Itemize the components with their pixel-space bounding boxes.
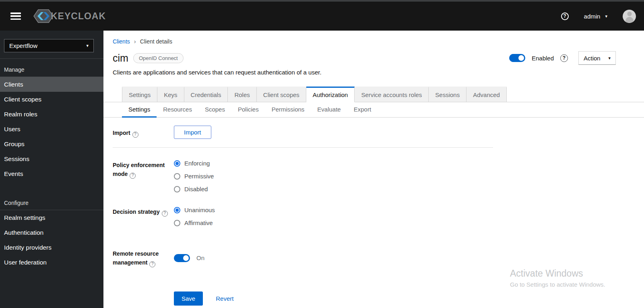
radio-checked-icon [174,207,180,213]
nav-group-manage: Manage Clients Client scopes Realm roles… [0,64,103,181]
decision-strategy-options: Unanimous Affirmative [174,205,215,226]
tab-authorization[interactable]: Authorization [306,87,355,102]
sub-tab-bar: Settings Resources Scopes Policies Permi… [103,102,644,118]
page-description: Clients are applications and services th… [103,65,644,76]
title-controls: Enabled ? Action ▾ [509,51,616,65]
app-header: KEYCLOAK ? admin ▾ [0,2,644,31]
radio-disabled[interactable]: Disabled [174,186,214,192]
keycloak-logo: KEYCLOAK [33,8,106,24]
sidebar-item-groups[interactable]: Groups [0,136,103,151]
sidebar-item-realm-settings[interactable]: Realm settings [0,210,103,225]
sidebar-item-realm-roles[interactable]: Realm roles [0,107,103,122]
sidebar-item-sessions[interactable]: Sessions [0,151,103,166]
help-icon[interactable]: ? [132,132,138,138]
user-menu[interactable]: admin ▾ [584,13,607,20]
subtab-resources[interactable]: Resources [157,102,198,118]
sidebar-item-authentication[interactable]: Authentication [0,225,103,240]
hamburger-menu-icon[interactable] [10,12,21,20]
tab-roles[interactable]: Roles [228,87,256,102]
protocol-badge: OpenID Connect [133,53,184,63]
form-divider [113,147,493,148]
subtab-permissions[interactable]: Permissions [265,102,311,118]
help-icon[interactable]: ? [149,261,155,267]
sidebar-item-users[interactable]: Users [0,122,103,136]
realm-select[interactable]: Expertflow ▾ [4,39,94,52]
form-action-row: Save Revert [174,291,644,306]
radio-permissive[interactable]: Permissive [174,173,214,180]
nav-group-title: Manage [0,64,103,77]
save-button[interactable]: Save [174,291,203,306]
main-tab-bar: Settings Keys Credentials Roles Client s… [103,87,644,102]
help-icon[interactable]: ? [561,12,569,20]
help-icon[interactable]: ? [130,173,136,179]
import-label: Import? [113,126,174,139]
authorization-settings-form: Import? Import Policy enforcement mode? … [103,118,644,306]
remote-resource-row: Remote resource management? On [113,246,644,267]
breadcrumb: Clients › Client details [103,31,644,45]
username: admin [584,13,601,20]
import-button[interactable]: Import [174,126,211,139]
remote-resource-state: On [196,254,204,261]
nav-group-configure: Configure Realm settings Authentication … [0,197,103,270]
radio-unanimous[interactable]: Unanimous [174,207,215,213]
realm-select-value: Expertflow [9,42,37,49]
tab-service-accounts-roles[interactable]: Service accounts roles [355,87,429,102]
page-title: cim [113,52,128,64]
help-icon[interactable]: ? [560,54,568,62]
sidebar: Expertflow ▾ Manage Clients Client scope… [0,31,103,308]
help-icon[interactable]: ? [162,211,168,217]
import-row: Import? Import [113,126,644,139]
sidebar-item-clients[interactable]: Clients [0,77,103,92]
remote-resource-toggle[interactable] [174,254,190,262]
tab-settings[interactable]: Settings [122,87,157,102]
subtab-policies[interactable]: Policies [231,102,265,118]
breadcrumb-clients-link[interactable]: Clients [113,38,130,45]
subtab-settings[interactable]: Settings [122,102,157,118]
chevron-down-icon: ▾ [86,43,89,48]
chevron-down-icon: ▾ [608,56,611,60]
tab-advanced[interactable]: Advanced [466,87,507,102]
header-actions: ? admin ▾ [561,10,636,23]
radio-checked-icon [174,160,180,167]
breadcrumb-separator-icon: › [134,38,136,45]
sidebar-item-identity-providers[interactable]: Identity providers [0,240,103,255]
enabled-label: Enabled [532,55,554,62]
tab-client-scopes[interactable]: Client scopes [257,87,306,102]
radio-unchecked-icon [174,186,180,192]
chevron-down-icon: ▾ [605,14,607,19]
tab-credentials[interactable]: Credentials [184,87,228,102]
sidebar-item-user-federation[interactable]: User federation [0,255,103,270]
subtab-scopes[interactable]: Scopes [198,102,231,118]
radio-unchecked-icon [174,173,180,180]
brand-text: KEYCLOAK [51,11,106,22]
sidebar-item-client-scopes[interactable]: Client scopes [0,92,103,107]
policy-enforcement-row: Policy enforcement mode? Enforcing Permi… [113,158,644,192]
remote-resource-label: Remote resource management? [113,246,174,267]
radio-enforcing[interactable]: Enforcing [174,160,214,167]
main-content: Clients › Client details cim OpenID Conn… [103,31,644,308]
tab-sessions[interactable]: Sessions [429,87,466,102]
radio-affirmative[interactable]: Affirmative [174,219,215,226]
action-dropdown[interactable]: Action ▾ [578,51,616,65]
decision-strategy-label: Decision strategy? [113,205,174,226]
sidebar-item-events[interactable]: Events [0,166,103,181]
policy-enforcement-options: Enforcing Permissive Disabled [174,158,214,192]
nav-group-title: Configure [0,197,103,210]
enabled-toggle[interactable] [509,54,525,62]
subtab-evaluate[interactable]: Evaluate [311,102,347,118]
breadcrumb-current: Client details [140,38,172,45]
policy-enforcement-label: Policy enforcement mode? [113,158,174,192]
radio-unchecked-icon [174,220,180,226]
decision-strategy-row: Decision strategy? Unanimous Affirmative [113,205,644,226]
subtab-export[interactable]: Export [347,102,378,118]
sidebar-divider [0,58,103,59]
revert-link[interactable]: Revert [216,295,233,302]
action-dropdown-value: Action [584,55,601,62]
title-row: cim OpenID Connect Enabled ? Action ▾ [103,45,644,65]
avatar[interactable] [623,10,636,23]
tab-keys[interactable]: Keys [157,87,184,102]
